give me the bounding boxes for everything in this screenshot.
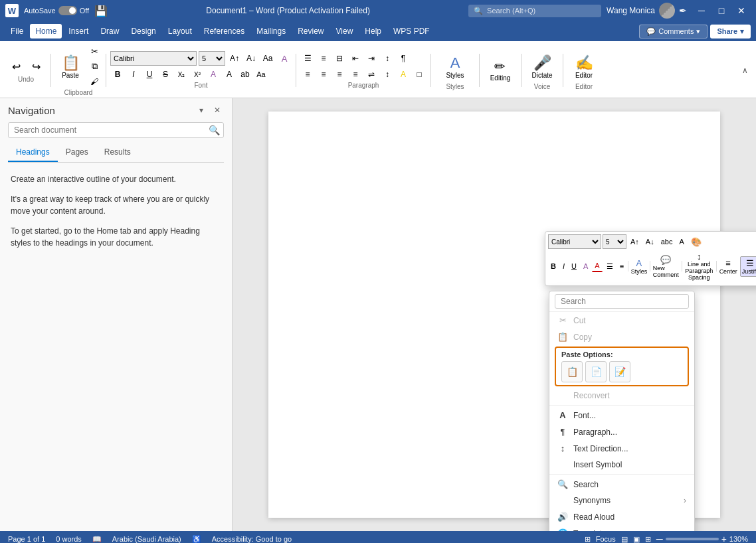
subscript-button[interactable]: X₂: [174, 67, 189, 82]
nav-search-input[interactable]: [8, 122, 224, 138]
mini-center-btn[interactable]: ≡ Center: [718, 257, 739, 276]
autosave-toggle[interactable]: [58, 6, 77, 15]
menu-file[interactable]: File: [5, 24, 29, 39]
show-formatting-button[interactable]: ¶: [396, 51, 411, 66]
justify-button[interactable]: ≡: [348, 67, 363, 82]
mini-highlight-btn[interactable]: A: [581, 261, 591, 272]
mini-shrink-btn[interactable]: A↓: [643, 236, 657, 247]
title-search[interactable]: 🔍 Search (Alt+Q): [468, 5, 601, 17]
cut-button[interactable]: ✂: [87, 44, 102, 58]
menu-layout[interactable]: Layout: [163, 24, 197, 39]
sort-button[interactable]: ↕: [380, 51, 395, 66]
ctx-synonyms[interactable]: Synonyms ›: [549, 493, 694, 508]
mini-bullets-btn[interactable]: ☰: [604, 261, 616, 272]
align-center-button[interactable]: ≡: [316, 67, 331, 82]
paste-button[interactable]: 📋 Paste: [55, 51, 86, 82]
align-right-button[interactable]: ≡: [332, 67, 347, 82]
mini-justify-btn[interactable]: ☰ Justify: [740, 256, 756, 277]
save-icon[interactable]: 💾: [94, 5, 108, 17]
ctx-search[interactable]: 🔍 Search: [549, 476, 694, 493]
ribbon-collapse-button[interactable]: ∧: [739, 64, 751, 76]
mini-bold-btn[interactable]: B: [548, 261, 559, 272]
text-effect-icon[interactable]: A: [277, 51, 292, 66]
menu-review[interactable]: Review: [292, 24, 329, 39]
menu-mailings[interactable]: Mailings: [251, 24, 291, 39]
mini-para-spacing-btn[interactable]: ↕ Line andParagraph Spacing: [683, 250, 715, 283]
ctx-paragraph[interactable]: ¶ Paragraph...: [549, 424, 694, 440]
nav-search-icon[interactable]: 🔍: [209, 125, 220, 135]
minimize-button[interactable]: ─: [692, 1, 711, 20]
dictate-button[interactable]: 🎤 Dictate: [529, 50, 555, 83]
view-normal-icon[interactable]: ▤: [621, 535, 628, 544]
menu-draw[interactable]: Draw: [95, 24, 124, 39]
view-outline-icon[interactable]: ⊞: [645, 535, 651, 544]
ctx-font[interactable]: A Font...: [549, 407, 694, 424]
italic-button[interactable]: I: [126, 67, 141, 82]
close-button[interactable]: ✕: [732, 1, 751, 20]
mini-italic-btn[interactable]: I: [560, 261, 567, 272]
text-highlight-btn[interactable]: ab: [238, 67, 252, 82]
underline-button[interactable]: U: [142, 67, 157, 82]
focus-icon[interactable]: ⊞: [585, 535, 591, 544]
ctx-translate[interactable]: 🌐 Translate: [549, 525, 694, 531]
font-color-button[interactable]: A: [222, 67, 236, 82]
view-web-icon[interactable]: ▣: [633, 535, 640, 544]
strikethrough-button[interactable]: S: [158, 67, 173, 82]
ctx-reconvert[interactable]: Reconvert: [549, 388, 694, 404]
editing-button[interactable]: ✏ Editing: [488, 54, 514, 87]
paste-keep-source[interactable]: 📋: [561, 361, 583, 382]
mini-underline-btn[interactable]: U: [569, 261, 579, 272]
ctx-insert-symbol[interactable]: Insert Symbol: [549, 457, 694, 473]
menu-insert[interactable]: Insert: [63, 24, 94, 39]
zoom-out-button[interactable]: ─: [656, 534, 663, 543]
nav-close-button[interactable]: ✕: [211, 104, 224, 117]
redo-button[interactable]: ↪: [27, 57, 45, 76]
shading-button[interactable]: A: [396, 67, 411, 82]
font-shrink-icon[interactable]: A↓: [244, 51, 258, 66]
tab-results[interactable]: Results: [96, 143, 139, 162]
ctx-search-input[interactable]: [555, 294, 689, 309]
paste-merge-format[interactable]: 📄: [585, 361, 607, 382]
format-painter-button[interactable]: 🖌: [87, 74, 102, 89]
editor-button[interactable]: ✍ Editor: [572, 50, 596, 83]
tab-pages[interactable]: Pages: [58, 143, 96, 162]
menu-help[interactable]: Help: [359, 24, 387, 39]
border-button[interactable]: □: [412, 67, 426, 82]
menu-wpspdf[interactable]: WPS PDF: [388, 24, 435, 39]
line-spacing-button[interactable]: ↕: [380, 67, 395, 82]
document-area[interactable]: Calibri 5 A↑ A↓ abc A 🎨 B I U A A ☰ ≡ A …: [233, 98, 756, 531]
mini-new-comment-btn[interactable]: 💬 New Comment: [652, 254, 680, 279]
font-size-selector[interactable]: 5: [199, 51, 225, 66]
share-button[interactable]: Share ▾: [710, 25, 751, 39]
mini-paint-btn[interactable]: 🎨: [688, 236, 704, 248]
ctx-cut[interactable]: ✂ Cut: [549, 312, 694, 329]
mini-style-btn[interactable]: A: [676, 236, 686, 247]
maximize-button[interactable]: □: [712, 1, 731, 20]
paste-keep-text[interactable]: 📝: [609, 361, 630, 382]
menu-home[interactable]: Home: [30, 24, 62, 39]
mini-color-btn[interactable]: A: [592, 260, 602, 272]
mini-size-selector[interactable]: 5: [603, 234, 626, 249]
focus-label[interactable]: Focus: [596, 535, 616, 543]
zoom-in-button[interactable]: +: [721, 534, 727, 543]
bullets-button[interactable]: ☰: [300, 51, 315, 66]
menu-references[interactable]: References: [199, 24, 250, 39]
bidi-button[interactable]: ⇌: [364, 67, 379, 82]
comments-button[interactable]: 💬 Comments ▾: [639, 25, 708, 39]
font-name-selector[interactable]: Calibri: [110, 51, 197, 66]
menu-view[interactable]: View: [331, 24, 359, 39]
align-left-button[interactable]: ≡: [300, 67, 315, 82]
menu-design[interactable]: Design: [126, 24, 161, 39]
font-grow-icon[interactable]: A↑: [227, 51, 242, 66]
styles-button[interactable]: A Styles: [435, 50, 475, 83]
mini-styles-btn[interactable]: A Styles: [630, 257, 649, 276]
nav-collapse-button[interactable]: ▾: [195, 104, 208, 117]
mini-grow-btn[interactable]: A↑: [628, 236, 642, 247]
superscript-button[interactable]: X²: [190, 67, 205, 82]
tab-headings[interactable]: Headings: [8, 143, 58, 162]
mini-font-selector[interactable]: Calibri: [548, 234, 601, 249]
indent-increase-button[interactable]: ⇥: [364, 51, 379, 66]
ctx-read-aloud[interactable]: 🔊 Read Aloud: [549, 508, 694, 525]
indent-decrease-button[interactable]: ⇤: [348, 51, 363, 66]
bold-button[interactable]: B: [110, 67, 125, 82]
